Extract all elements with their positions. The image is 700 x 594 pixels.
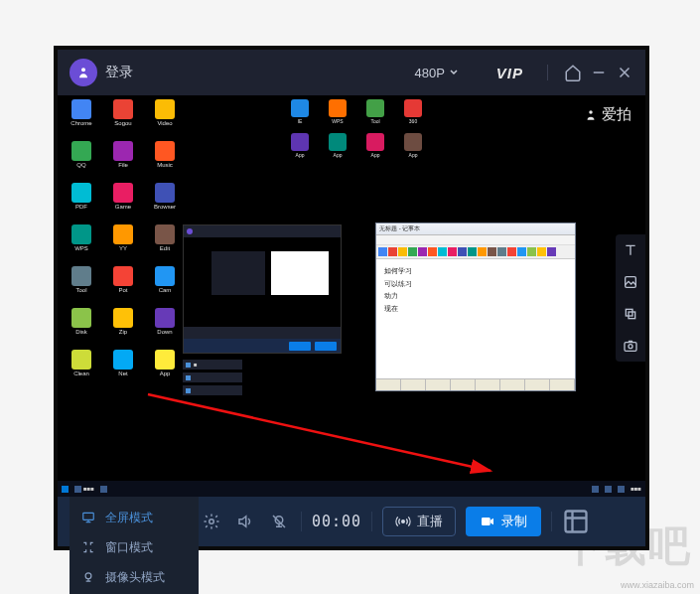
desktop-icon[interactable]: Video xyxy=(147,99,183,139)
bottom-toolbar: 全屏模式 00:00 直播 录制 全屏模式 窗口模式 摄像头模式 xyxy=(58,497,645,546)
desktop-icon[interactable]: IE xyxy=(284,99,316,124)
svg-line-8 xyxy=(148,394,490,471)
timer-display: 00:00 xyxy=(312,513,361,530)
desktop-icons: ChromeSogouVideoQQFileMusicPDFGameBrowse… xyxy=(64,99,187,389)
desktop-icon[interactable]: Net xyxy=(105,350,141,389)
svg-rect-6 xyxy=(625,343,636,352)
desktop-icon[interactable]: App xyxy=(147,350,183,389)
divider xyxy=(371,512,372,531)
svg-point-2 xyxy=(589,110,593,114)
desktop-icon[interactable]: QQ xyxy=(64,141,99,181)
annotation-arrow xyxy=(143,389,520,489)
minimize-button[interactable] xyxy=(590,64,608,81)
divider xyxy=(551,512,552,531)
editor-button[interactable] xyxy=(562,508,590,535)
desktop-icon[interactable]: Music xyxy=(147,141,183,181)
home-button[interactable] xyxy=(564,64,582,81)
mode-option-fullscreen[interactable]: 全屏模式 xyxy=(70,503,199,532)
window-icon xyxy=(81,540,95,554)
app-window: 登录 480P VIP 爱拍 ChromeSogouVideoQQFileMus… xyxy=(58,50,645,546)
desktop-icon[interactable]: WPS xyxy=(322,99,353,124)
brand-icon xyxy=(584,108,598,122)
divider xyxy=(301,512,302,531)
audio-button[interactable] xyxy=(233,510,257,533)
desktop-icon[interactable]: Edit xyxy=(147,224,183,264)
resolution-selector[interactable]: 480P xyxy=(414,66,458,80)
layer-tool[interactable] xyxy=(616,298,645,330)
app-logo xyxy=(70,59,97,86)
desktop-icon[interactable]: Cam xyxy=(147,266,183,306)
notepad-window: 无标题 - 记事本 如何学习可以练习动力现在 xyxy=(375,223,576,391)
live-button[interactable]: 直播 xyxy=(382,507,456,536)
desktop-taskbar: ■■■ ■■■ xyxy=(58,481,645,497)
svg-rect-3 xyxy=(626,277,636,288)
svg-point-11 xyxy=(275,517,283,524)
svg-rect-14 xyxy=(482,518,490,525)
notepad-title: 无标题 - 记事本 xyxy=(379,224,420,233)
image-tool[interactable] xyxy=(616,266,645,298)
desktop-icon[interactable]: YY xyxy=(105,224,141,264)
titlebar: 登录 480P VIP xyxy=(58,50,645,95)
divider xyxy=(547,65,548,80)
monitor-icon xyxy=(81,511,95,524)
login-link[interactable]: 登录 xyxy=(105,64,133,81)
desktop-icon[interactable]: Tool xyxy=(359,99,391,124)
desktop-icon[interactable]: Game xyxy=(105,183,141,223)
preview-canvas: 爱拍 ChromeSogouVideoQQFileMusicPDFGameBro… xyxy=(58,95,645,497)
mode-option-window[interactable]: 窗口模式 xyxy=(70,532,199,562)
desktop-icon[interactable]: Tool xyxy=(64,266,99,306)
chevron-down-icon xyxy=(449,68,459,77)
mode-dropdown: 全屏模式 窗口模式 摄像头模式 xyxy=(70,497,199,594)
svg-point-10 xyxy=(210,520,214,524)
brand-watermark: 爱拍 xyxy=(584,105,631,124)
desktop-icon[interactable]: WPS xyxy=(64,224,99,264)
desktop-icon[interactable]: Pot xyxy=(105,266,141,306)
camera-tool[interactable] xyxy=(616,330,645,362)
camera-icon xyxy=(81,570,95,584)
broadcast-icon xyxy=(395,514,411,529)
app-frame: 登录 480P VIP 爱拍 ChromeSogouVideoQQFileMus… xyxy=(54,46,649,550)
desktop-icon[interactable]: Disk xyxy=(64,308,99,348)
desktop-icon[interactable]: File xyxy=(105,141,141,181)
svg-point-7 xyxy=(629,345,632,349)
webcam-toggle[interactable] xyxy=(267,510,291,533)
page-watermark-site: www.xiazaiba.com xyxy=(621,580,694,590)
desktop-icon[interactable]: Browser xyxy=(147,183,183,223)
resolution-label: 480P xyxy=(414,66,444,80)
side-toolbar xyxy=(616,234,645,362)
desktop-icon[interactable]: Zip xyxy=(105,308,141,348)
desktop-icon[interactable]: Sogou xyxy=(105,99,141,139)
nested-preview xyxy=(183,224,342,354)
close-button[interactable] xyxy=(616,64,633,81)
desktop-icon[interactable]: Down xyxy=(147,308,183,348)
vip-badge[interactable]: VIP xyxy=(496,65,523,81)
record-button[interactable]: 录制 xyxy=(466,507,541,536)
svg-rect-16 xyxy=(83,513,94,520)
desktop-icon[interactable]: PDF xyxy=(64,183,99,223)
mode-option-camera[interactable]: 摄像头模式 xyxy=(70,562,199,592)
svg-point-0 xyxy=(81,68,85,72)
settings-button[interactable] xyxy=(200,510,223,533)
text-tool[interactable] xyxy=(616,234,645,266)
desktop-icon[interactable]: Clean xyxy=(64,350,99,389)
record-icon xyxy=(480,514,495,529)
nested-dropdown: ■ xyxy=(183,360,242,398)
desktop-icon[interactable]: 360 xyxy=(397,99,429,124)
svg-point-17 xyxy=(85,573,91,579)
top-app-icons: IEWPSTool360 xyxy=(284,99,429,124)
svg-rect-15 xyxy=(566,512,587,532)
svg-point-13 xyxy=(402,520,405,523)
desktop-icon[interactable]: Chrome xyxy=(64,99,99,139)
